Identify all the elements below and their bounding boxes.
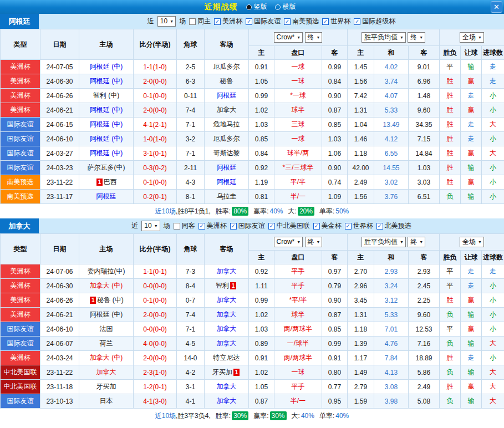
match-count-select[interactable]: 10▼ — [141, 221, 160, 231]
team-link[interactable]: 加拿大 — [217, 397, 237, 405]
competition-checkbox[interactable]: 国际友谊 — [246, 17, 281, 26]
team-link[interactable]: 加拿大 — [217, 325, 237, 333]
sections-container: 阿根廷 近 10▼ 场 同主 美洲杯国际友谊南美预选世界杯国际超级杯 类型 日期… — [0, 14, 504, 423]
score-cell[interactable]: 3-1(0-1) — [134, 146, 177, 161]
team-link[interactable]: 加拿大 — [217, 296, 237, 304]
score-cell[interactable]: 1-1(1-0) — [134, 60, 177, 74]
handicap-result-cell: 赢 — [461, 103, 482, 118]
score-cell[interactable]: 0-0(0-0) — [134, 279, 177, 293]
competition-checkbox[interactable]: 美洲杯 — [198, 221, 227, 231]
competition-checkbox[interactable]: 南美预选 — [284, 17, 319, 26]
team-link[interactable]: 巴西 — [104, 178, 117, 186]
team-link[interactable]: 阿根廷 (中) — [90, 120, 123, 128]
team-link[interactable]: 特立尼达 — [213, 354, 240, 361]
europe-final-select[interactable]: 终▼ — [408, 237, 425, 247]
competition-checkbox[interactable]: 国际友谊 — [230, 221, 265, 231]
asian-final-select[interactable]: 终▼ — [305, 237, 323, 247]
score-cell[interactable]: 0-0(0-0) — [134, 322, 177, 337]
chevron-down-icon: ▼ — [478, 238, 482, 246]
team-link[interactable]: 乌拉圭 — [217, 192, 237, 200]
team-link[interactable]: 加拿大 — [217, 267, 237, 275]
draw-odds: 3.74 — [374, 74, 409, 89]
team-link[interactable]: 哥斯达黎 — [213, 149, 240, 157]
score-cell[interactable]: 4-0(0-0) — [134, 337, 177, 351]
team-link[interactable]: 加拿大 — [217, 106, 237, 114]
team-link[interactable]: 加拿大 — [217, 383, 237, 390]
score-cell[interactable]: 4-1(2-1) — [134, 118, 177, 132]
score-cell[interactable]: 0-1(0-0) — [134, 89, 177, 103]
team-link[interactable]: 厄瓜多尔 — [213, 135, 240, 142]
team-link[interactable]: 加拿大 (中) — [90, 354, 123, 361]
handicap-cell: 一球 — [274, 60, 322, 74]
team-link[interactable]: 智利 — [216, 282, 229, 289]
team-link[interactable]: 阿根廷 (中) — [90, 63, 123, 70]
team-link[interactable]: 秘鲁 — [220, 77, 233, 85]
score-cell[interactable]: 1-1(0-1) — [134, 264, 177, 279]
team-link[interactable]: 加拿大 (中) — [90, 282, 123, 289]
team-link[interactable]: 秘鲁 (中) — [97, 296, 123, 304]
team-link[interactable]: 阿根廷 (中) — [90, 106, 123, 114]
competition-checkbox[interactable]: 世界杯 — [322, 17, 350, 26]
score-cell[interactable]: 4-1(3-0) — [134, 394, 177, 409]
europe-odds-select[interactable]: 胜平负均值▼ — [362, 32, 406, 43]
team-link[interactable]: 萨尔瓦多(中) — [88, 164, 125, 171]
team-link[interactable]: 荷兰 — [100, 339, 113, 347]
team-link[interactable]: 牙买加 — [96, 383, 116, 390]
team-link[interactable]: 阿根廷 (中) — [90, 77, 123, 85]
team-link[interactable]: 加拿大 — [96, 368, 116, 376]
score-cell[interactable]: 2-0(0-0) — [134, 103, 177, 118]
view-mode-radio-vertical[interactable]: 竖版 — [246, 2, 267, 12]
match-count-select[interactable]: 10▼ — [157, 16, 176, 27]
same-venue-checkbox[interactable]: 同客 — [174, 221, 195, 231]
team-link[interactable]: 委内瑞拉(中) — [88, 267, 125, 275]
team-link[interactable]: 加拿大 — [217, 339, 237, 347]
view-mode-radio-horizontal[interactable]: 横版 — [275, 2, 296, 12]
same-venue-checkbox[interactable]: 同主 — [189, 17, 211, 26]
goals-result-cell: 大 — [482, 380, 504, 394]
team-link[interactable]: 阿根廷 — [217, 91, 237, 99]
team-link[interactable]: 牙买加 — [212, 368, 232, 376]
team-link[interactable]: 危地马拉 — [213, 120, 240, 128]
score-cell[interactable]: 1-0(1-0) — [134, 132, 177, 146]
competition-checkbox[interactable]: 美洲杯 — [214, 17, 242, 26]
team-link[interactable]: 加拿大 — [217, 310, 237, 318]
team-link[interactable]: 阿根廷 (中) — [90, 310, 123, 318]
team-link[interactable]: 阿根廷 (中) — [90, 149, 123, 157]
score-cell[interactable]: 1-2(0-1) — [134, 380, 177, 394]
away-team-cell: 厄瓜多尔 — [205, 132, 249, 146]
team-link[interactable]: 阿根廷 — [96, 192, 116, 200]
games-label: 场 — [179, 17, 186, 26]
team-link[interactable]: 阿根廷 — [217, 178, 237, 186]
competition-checkbox[interactable]: 国际超级杯 — [354, 17, 395, 26]
bookmaker-select[interactable]: Crow*▼ — [274, 32, 303, 43]
team-link[interactable]: 厄瓜多尔 — [213, 63, 240, 70]
close-icon[interactable]: ✕ — [491, 1, 502, 13]
score-cell[interactable]: 2-0(0-0) — [134, 74, 177, 89]
europe-final-select[interactable]: 终▼ — [408, 32, 425, 43]
team-link[interactable]: 日本 — [100, 397, 113, 405]
score-cell[interactable]: 0-2(0-1) — [134, 190, 177, 204]
score-cell[interactable]: 2-0(0-0) — [134, 351, 177, 365]
competition-checkbox[interactable]: 中北美国联 — [268, 221, 310, 231]
score-cell[interactable]: 0-3(0-2) — [134, 161, 177, 175]
asian-home-odds: 0.85 — [249, 132, 274, 146]
competition-checkbox[interactable]: 美金杯 — [313, 221, 342, 231]
score-cell[interactable]: 0-1(0-0) — [134, 175, 177, 190]
score-cell[interactable]: 0-1(0-0) — [134, 293, 177, 308]
scope-select[interactable]: 全场▼ — [460, 32, 484, 43]
score-cell[interactable]: 2-0(0-0) — [134, 308, 177, 322]
corner-cell: 7-1 — [177, 146, 205, 161]
competition-checkbox[interactable]: 北美预选 — [376, 221, 411, 231]
team-link[interactable]: 阿根廷 (中) — [90, 135, 123, 142]
bookmaker-select[interactable]: Crow*▼ — [274, 237, 303, 247]
team-link[interactable]: 阿根廷 — [217, 164, 237, 171]
europe-odds-select[interactable]: 胜平负均值▼ — [362, 237, 406, 247]
team-link[interactable]: 法国 — [100, 325, 113, 333]
score-cell[interactable]: 2-3(1-0) — [134, 365, 177, 380]
asian-final-select[interactable]: 终▼ — [305, 32, 323, 43]
result-cell: 平 — [440, 322, 461, 337]
scope-select[interactable]: 全场▼ — [460, 237, 484, 247]
team-link[interactable]: 智利 (中) — [93, 91, 119, 99]
competition-checkbox[interactable]: 世界杯 — [345, 221, 373, 231]
col-date: 日期 — [40, 29, 79, 60]
